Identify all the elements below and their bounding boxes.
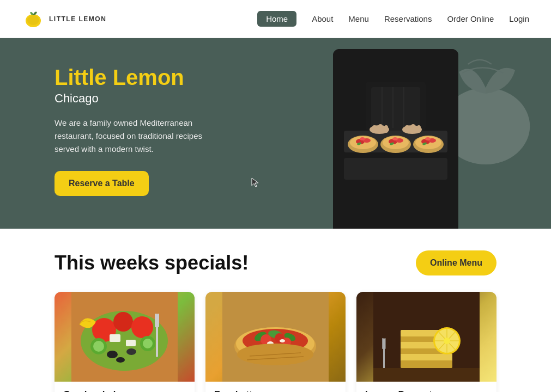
food-canvas-bg — [333, 49, 458, 229]
svg-point-41 — [113, 312, 133, 332]
hero-food-svg — [333, 49, 458, 229]
svg-point-1 — [27, 15, 39, 25]
svg-rect-53 — [155, 314, 156, 327]
hero-content: Little Lemon Chicago We are a family own… — [55, 65, 207, 196]
hero-subtitle: Chicago — [55, 91, 207, 106]
specials-title: This weeks specials! — [55, 252, 249, 274]
card-body-lemon-dessert: Lemon Dessert $ 5.00 — [356, 382, 496, 392]
svg-rect-35 — [411, 124, 415, 133]
svg-rect-54 — [158, 314, 159, 327]
hero-description: We are a family owned Mediterranean rest… — [55, 117, 207, 156]
svg-rect-52 — [156, 314, 158, 357]
svg-point-22 — [425, 137, 431, 140]
card-name-greek-salad: Greek salad — [63, 389, 116, 392]
svg-point-84 — [444, 338, 450, 344]
nav-link-about[interactable]: About — [312, 14, 333, 23]
nav-item-reservations[interactable]: Reservations — [384, 14, 432, 24]
nav-link-reservations[interactable]: Reservations — [384, 14, 432, 23]
nav-item-menu[interactable]: Menu — [348, 14, 369, 24]
hero-title: Little Lemon — [55, 65, 207, 89]
card-name-bruchetta: Bruchetta — [214, 389, 257, 392]
card-row-bruchetta: Bruchetta $ 5.99 — [214, 389, 337, 392]
svg-rect-34 — [405, 125, 409, 133]
card-body-bruchetta: Bruchetta $ 5.99 — [205, 382, 346, 392]
nav-link-order-online[interactable]: Order Online — [447, 14, 494, 23]
hero-food-image — [333, 49, 458, 229]
nav-links: Home About Menu Reservations Order Onlin… — [257, 14, 529, 24]
logo-text: LITTLE LEMON — [49, 15, 106, 23]
nav-item-order-online[interactable]: Order Online — [447, 14, 494, 24]
svg-marker-37 — [252, 178, 258, 187]
card-body-greek-salad: Greek salad $12.99 — [55, 382, 195, 392]
card-image-lemon-dessert — [356, 292, 496, 382]
specials-section: This weeks specials! Online Menu — [0, 229, 551, 392]
svg-point-44 — [93, 341, 104, 352]
nav-item-home[interactable]: Home — [257, 14, 296, 24]
svg-rect-51 — [126, 340, 136, 346]
card-row-lemon-dessert: Lemon Dessert $ 5.00 — [365, 389, 488, 392]
svg-point-10 — [360, 137, 365, 140]
svg-rect-31 — [372, 125, 377, 133]
svg-point-16 — [392, 137, 398, 140]
card-image-greek-salad — [55, 292, 195, 382]
svg-point-47 — [107, 351, 118, 358]
card-bruchetta: Bruchetta $ 5.99 — [205, 292, 346, 392]
svg-point-49 — [116, 357, 125, 363]
reserve-table-button[interactable]: Reserve a Table — [55, 171, 149, 196]
svg-rect-32 — [378, 124, 383, 133]
nav-link-home[interactable]: Home — [257, 11, 296, 27]
logo-area: LITTLE LEMON — [22, 8, 106, 30]
card-price-greek-salad: $12.99 — [161, 390, 186, 393]
svg-rect-5 — [344, 158, 447, 180]
card-price-bruchetta: $ 5.99 — [314, 390, 337, 393]
svg-point-42 — [131, 316, 153, 338]
online-menu-button[interactable]: Online Menu — [416, 250, 496, 275]
svg-rect-36 — [417, 125, 421, 133]
specials-cards-row: Greek salad $12.99 — [55, 292, 496, 392]
card-price-lemon-dessert: $ 5.00 — [465, 390, 488, 393]
navbar: LITTLE LEMON Home About Menu Reservation… — [0, 0, 551, 38]
hero-section: Little Lemon Chicago We are a family own… — [0, 38, 551, 229]
card-name-lemon-dessert: Lemon Dessert — [365, 389, 432, 392]
nav-link-login[interactable]: Login — [509, 14, 529, 23]
svg-rect-85 — [383, 338, 385, 371]
svg-rect-25 — [371, 87, 420, 131]
logo-icon — [22, 8, 45, 30]
svg-rect-77 — [401, 360, 452, 368]
specials-header: This weeks specials! Online Menu — [55, 250, 496, 275]
svg-rect-76 — [401, 354, 452, 360]
svg-point-66 — [280, 339, 285, 342]
nav-item-login[interactable]: Login — [509, 14, 529, 24]
svg-rect-86 — [382, 338, 383, 349]
nav-item-about[interactable]: About — [312, 14, 333, 24]
svg-rect-87 — [385, 338, 386, 349]
svg-point-48 — [126, 348, 136, 355]
svg-rect-33 — [384, 125, 388, 133]
mouse-cursor — [251, 177, 262, 188]
card-row-greek-salad: Greek salad $12.99 — [63, 389, 186, 392]
svg-rect-50 — [110, 334, 120, 342]
card-lemon-dessert: Lemon Dessert $ 5.00 — [356, 292, 496, 392]
card-image-bruchetta — [205, 292, 346, 382]
card-greek-salad: Greek salad $12.99 — [55, 292, 195, 392]
svg-point-46 — [143, 339, 153, 348]
svg-rect-88 — [373, 368, 480, 382]
nav-link-menu[interactable]: Menu — [348, 14, 369, 23]
